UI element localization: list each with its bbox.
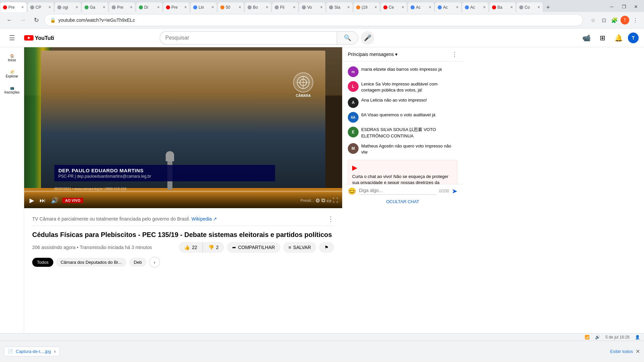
volume-icon: 🔊 <box>51 197 58 204</box>
apps-btn[interactable]: ⊞ <box>596 31 609 45</box>
restore-btn[interactable]: ❐ <box>619 1 629 12</box>
tab-bo[interactable]: Bo ✕ <box>245 2 271 12</box>
tab-close-btn[interactable]: ✕ <box>510 5 513 9</box>
bookmark-star-btn[interactable]: ☆ <box>588 15 598 25</box>
tab-ac2[interactable]: Ac ✕ <box>435 2 462 12</box>
minimize-btn[interactable]: ─ <box>606 1 617 12</box>
tab-ac3[interactable]: Ac ✕ <box>462 2 489 12</box>
new-tab-btn[interactable]: + <box>543 3 553 12</box>
tag-todos[interactable]: Todos <box>32 258 53 267</box>
chat-header: Principais mensagens ▾ ⋮ <box>342 47 463 62</box>
tab-close-btn[interactable]: ✕ <box>374 5 377 9</box>
tab-ac1[interactable]: Ac ✕ <box>408 2 434 12</box>
tab-close-btn[interactable]: ✕ <box>401 5 404 9</box>
like-btn[interactable]: 👍 22 <box>179 242 203 253</box>
tab-close-btn[interactable]: ✕ <box>130 5 132 9</box>
video-player[interactable]: CÂMARA DEP. PAULO EDUARDO MARTINS PSC-PR… <box>24 47 342 208</box>
forward-btn[interactable]: → <box>17 15 28 25</box>
play-btn[interactable]: ▶ <box>28 195 36 205</box>
dislike-btn[interactable]: 👎 2 <box>203 242 224 253</box>
address-input[interactable]: 🔒 youtube.com/watch?v=ieGuTh9xELc <box>44 14 583 26</box>
miniplayer-btn[interactable]: ⧉ <box>321 197 325 203</box>
tag-camara[interactable]: Câmara dos Deputados do Br... <box>56 258 126 267</box>
tab-ba[interactable]: Ba ✕ <box>489 2 516 12</box>
tab-50[interactable]: 50 ✕ <box>217 2 244 12</box>
chat-menu-btn[interactable]: ⋮ <box>451 51 458 58</box>
video-settings-btn[interactable]: ⚙ <box>315 197 320 204</box>
fullscreen-btn[interactable]: ⛶ <box>333 197 338 203</box>
tag-deb[interactable]: Deb <box>129 258 147 267</box>
tab-close-btn[interactable]: ✕ <box>266 5 268 9</box>
tag-next-btn[interactable]: › <box>149 257 160 267</box>
tab-ogi[interactable]: ogi ✕ <box>54 2 81 12</box>
close-download-bar-btn[interactable]: ✕ <box>636 348 640 355</box>
tab-close-btn[interactable]: ✕ <box>238 5 241 9</box>
refresh-btn[interactable]: ↻ <box>31 15 42 25</box>
tab-di[interactable]: Di ✕ <box>136 2 163 12</box>
mute-btn[interactable]: 🔊 <box>50 195 60 205</box>
tab-close-btn[interactable]: ✕ <box>429 5 431 9</box>
chat-message-2: L Lenice Sa Voto impresso auditável com … <box>342 79 463 95</box>
tab-close-btn[interactable]: ✕ <box>103 5 105 9</box>
share-btn[interactable]: ➦ COMPARTILHAR <box>227 242 280 253</box>
download-item[interactable]: 📄 Captura-de-t....jpg ∧ <box>4 347 60 356</box>
video-progress-bar[interactable] <box>24 191 342 192</box>
tab-close-btn[interactable]: ✕ <box>347 5 350 9</box>
wikipedia-link[interactable]: Wikipedia ↗ <box>192 216 217 222</box>
emoji-btn[interactable]: 😊 <box>348 187 356 195</box>
tab-19[interactable]: (19 ✕ <box>353 2 380 12</box>
save-btn[interactable]: ≡ SALVAR <box>283 242 316 253</box>
hide-chat-btn[interactable]: OCULTAR CHAT <box>348 198 458 205</box>
tab-close-btn[interactable]: ✕ <box>456 5 459 9</box>
tab-close-btn[interactable]: ✕ <box>48 5 51 9</box>
create-video-btn[interactable]: 📹 <box>580 31 593 45</box>
tab-favicon <box>193 5 197 9</box>
presi-label: Presid... <box>301 198 314 202</box>
search-button[interactable]: 🔍 <box>337 31 358 45</box>
tab-sla[interactable]: Sla ✕ <box>326 2 353 12</box>
extension-btn[interactable]: 🧩 <box>610 15 619 25</box>
tab-lin[interactable]: Lin ✕ <box>190 2 217 12</box>
user-avatar[interactable]: T <box>628 33 639 43</box>
cast-btn[interactable]: ⊡ <box>599 15 608 25</box>
tab-fli[interactable]: Fli ✕ <box>272 2 299 12</box>
tab-close-btn[interactable]: ✕ <box>537 5 540 9</box>
flag-btn[interactable]: ⚑ <box>319 242 334 253</box>
tab-close-btn[interactable]: ✕ <box>184 5 187 9</box>
voice-search-btn[interactable]: 🎤 <box>361 31 374 45</box>
tab-close-btn[interactable]: ✕ <box>21 5 24 9</box>
tab-label: Pre <box>171 5 178 10</box>
tab-cp[interactable]: CP ✕ <box>27 2 54 12</box>
tab-close-btn[interactable]: ✕ <box>157 5 160 9</box>
tab-close-btn[interactable]: ✕ <box>320 5 323 9</box>
sidebar-item-explore[interactable]: 🧭 Explorar <box>0 67 24 81</box>
tab-ce[interactable]: Ce ✕ <box>380 2 407 12</box>
hamburger-menu-btn[interactable]: ☰ <box>5 31 19 45</box>
tab-co[interactable]: Co ✕ <box>516 2 543 12</box>
tab-ga[interactable]: Ga ✕ <box>82 2 108 12</box>
back-btn[interactable]: ← <box>4 15 15 25</box>
settings-menu-btn[interactable]: ⋮ <box>631 15 640 25</box>
profile-btn[interactable]: T <box>621 16 629 24</box>
tab-pre3[interactable]: Pre ✕ <box>163 2 190 12</box>
notifications-btn[interactable]: 🔔 <box>612 31 625 45</box>
tab-vo[interactable]: Vo ✕ <box>299 2 326 12</box>
chat-send-btn[interactable]: ➤ <box>452 187 458 195</box>
youtube-logo[interactable]: YouTube BR <box>24 35 54 41</box>
tab-pre2[interactable]: Pre ✕ <box>109 2 136 12</box>
tab-close-btn[interactable]: ✕ <box>293 5 296 9</box>
sidebar-item-home[interactable]: 🏠 Início <box>0 51 24 65</box>
tab-close-btn[interactable]: ✕ <box>483 5 486 9</box>
theater-mode-btn[interactable]: ▭ <box>326 197 331 204</box>
chat-text-input[interactable] <box>359 188 436 193</box>
sidebar-item-subscriptions[interactable]: 📺 Inscrições <box>0 83 24 97</box>
search-input[interactable] <box>160 31 337 45</box>
next-btn[interactable]: ⏭ <box>38 196 47 205</box>
tab-close-btn[interactable]: ✕ <box>211 5 214 9</box>
close-window-btn[interactable]: ✕ <box>631 1 641 12</box>
tab-active-pre[interactable]: Pre ✕ <box>0 2 27 12</box>
tab-close-btn[interactable]: ✕ <box>75 5 78 9</box>
funding-more-btn[interactable]: ⋮ <box>327 215 334 223</box>
tab-favicon <box>248 5 252 9</box>
show-all-downloads-btn[interactable]: Exibir todos <box>610 349 633 354</box>
